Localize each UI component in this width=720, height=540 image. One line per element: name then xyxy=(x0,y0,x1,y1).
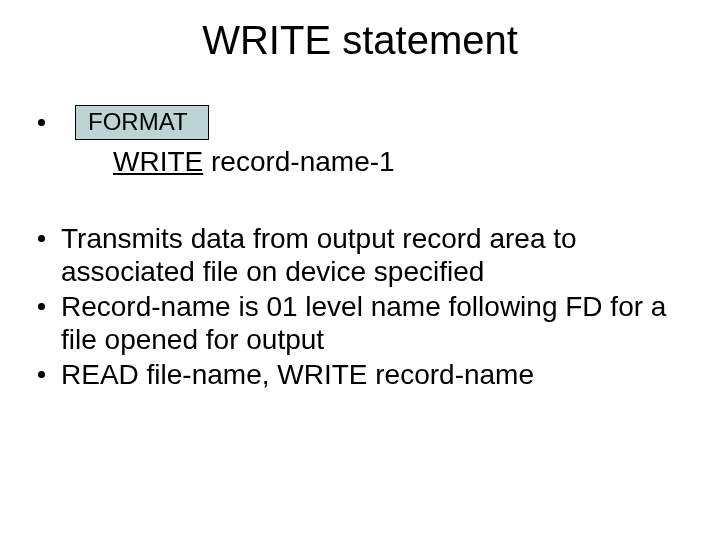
slide-title: WRITE statement xyxy=(0,18,720,63)
slide: WRITE statement FORMAT WRITE record-name… xyxy=(0,0,720,540)
bullet-text: Record-name is 01 level name following F… xyxy=(61,290,690,356)
bullet-text: READ file-name, WRITE record-name xyxy=(61,358,690,391)
bullet-icon xyxy=(38,119,45,126)
bullet-icon xyxy=(38,303,45,310)
bullet-text: Transmits data from output record area t… xyxy=(61,222,690,288)
format-row: FORMAT xyxy=(38,105,690,140)
slide-content: FORMAT WRITE record-name-1 Transmits dat… xyxy=(38,105,690,393)
body-bullets: Transmits data from output record area t… xyxy=(38,222,690,391)
syntax-args: record-name-1 xyxy=(203,146,394,177)
bullet-icon xyxy=(38,371,45,378)
list-item: Transmits data from output record area t… xyxy=(38,222,690,288)
syntax-line: WRITE record-name-1 xyxy=(113,146,690,178)
list-item: READ file-name, WRITE record-name xyxy=(38,358,690,391)
list-item: Record-name is 01 level name following F… xyxy=(38,290,690,356)
syntax-keyword: WRITE xyxy=(113,146,203,177)
format-box: FORMAT xyxy=(75,105,209,140)
bullet-icon xyxy=(38,235,45,242)
